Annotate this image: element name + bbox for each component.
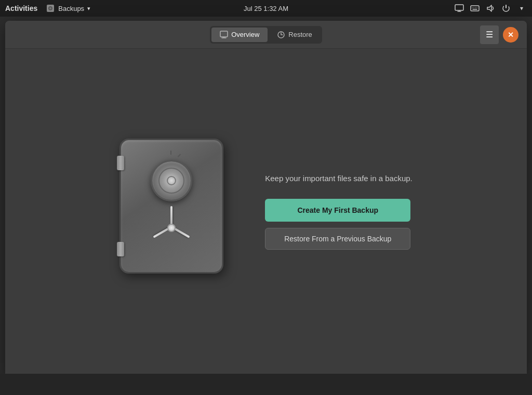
close-button[interactable]: ✕	[503, 27, 518, 43]
keyboard-icon[interactable]	[470, 3, 480, 13]
dropdown-arrow-icon: ▾	[87, 5, 90, 12]
right-content: Keep your important files safe in a back…	[265, 173, 413, 250]
safe-handle-center	[167, 224, 176, 232]
bottom-desktop-bar	[0, 374, 532, 395]
safe-dial-center	[167, 176, 176, 185]
overview-tab-icon	[220, 31, 228, 39]
tab-restore[interactable]: Restore	[269, 28, 321, 42]
tab-overview[interactable]: Overview	[211, 28, 268, 42]
system-topbar: Activities Backups ▾ Jul 25 1:32 AM	[0, 0, 532, 17]
restore-tab-label: Restore	[288, 31, 312, 38]
backups-app-icon	[46, 4, 55, 13]
safe-handle	[148, 205, 195, 251]
topbar-left: Activities Backups ▾	[5, 4, 90, 13]
headerbar-right: ☰ ✕	[322, 25, 518, 44]
safe-body	[119, 139, 223, 274]
main-content: Keep your important files safe in a back…	[5, 49, 527, 374]
power-icon[interactable]	[501, 3, 511, 13]
hinge-top	[117, 156, 124, 170]
headerbar: Overview Restore ☰ ✕	[5, 21, 527, 49]
screen-icon[interactable]	[454, 3, 464, 13]
hinge-bottom	[117, 242, 124, 256]
app-window: Overview Restore ☰ ✕	[5, 21, 527, 374]
restore-backup-button[interactable]: Restore From a Previous Backup	[265, 228, 410, 250]
system-menu-arrow-icon[interactable]: ▾	[516, 3, 527, 13]
overview-tab-label: Overview	[231, 31, 259, 38]
svg-rect-15	[220, 31, 228, 37]
content-inner: Keep your important files safe in a back…	[119, 139, 413, 284]
svg-rect-6	[471, 6, 479, 11]
safe-illustration	[119, 139, 234, 284]
hamburger-menu-button[interactable]: ☰	[480, 25, 499, 44]
svg-marker-12	[487, 5, 491, 11]
create-backup-button[interactable]: Create My First Backup	[265, 199, 410, 222]
volume-icon[interactable]	[485, 3, 496, 13]
app-menu-button[interactable]: Backups ▾	[46, 4, 90, 13]
safe-dial-outer	[151, 160, 192, 201]
restore-tab-icon	[277, 31, 285, 39]
svg-point-2	[49, 7, 51, 9]
tab-bar: Overview Restore	[210, 26, 322, 44]
topbar-datetime: Jul 25 1:32 AM	[244, 5, 288, 12]
svg-rect-3	[455, 5, 463, 10]
topbar-right: ▾	[454, 3, 527, 13]
app-name-label: Backups	[58, 5, 84, 12]
activities-button[interactable]: Activities	[5, 4, 37, 12]
tagline-text: Keep your important files safe in a back…	[265, 173, 413, 185]
safe-dial-inner	[158, 168, 184, 194]
